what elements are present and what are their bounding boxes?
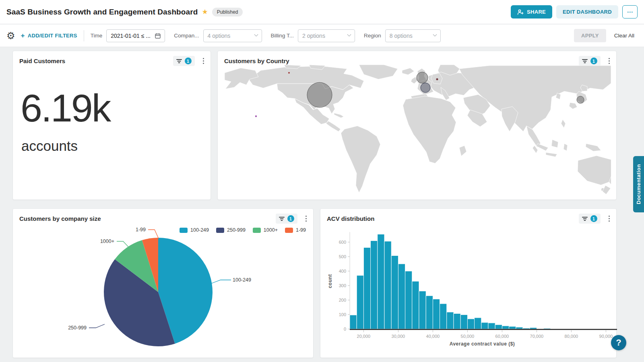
histogram-bar[interactable]: [523, 328, 530, 329]
histogram-bar[interactable]: [433, 299, 440, 329]
histogram-bar[interactable]: [371, 241, 378, 329]
kpi-unit: accounts: [21, 138, 211, 154]
histogram-bar[interactable]: [509, 327, 516, 329]
histogram-bar[interactable]: [350, 315, 357, 329]
histogram-bar[interactable]: [405, 271, 412, 329]
bubble-uk[interactable]: [417, 72, 428, 83]
card-title: Customers by Country: [224, 58, 289, 64]
add-edit-filters-button[interactable]: + ADD/EDIT FILTERS: [21, 32, 77, 40]
page-title: SaaS Business Growth and Engagement Dash…: [6, 8, 198, 16]
share-user-icon: [517, 9, 524, 15]
histogram-bar[interactable]: [384, 241, 391, 329]
histogram-bar[interactable]: [419, 291, 426, 329]
histogram-bar[interactable]: [440, 304, 447, 329]
time-filter-input[interactable]: 2021-01-01 ≤ ...: [106, 29, 165, 42]
bubble-france[interactable]: [421, 83, 430, 93]
x-tick-label: 50,000: [461, 334, 475, 339]
apply-button[interactable]: APPLY: [574, 29, 606, 42]
country-usa-hawaii[interactable]: [255, 115, 257, 117]
histogram-bar[interactable]: [495, 325, 502, 329]
y-tick-label: 100: [339, 312, 346, 317]
legend-swatch: [180, 228, 188, 233]
time-filter-group: Time 2021-01-01 ≤ ...: [91, 29, 165, 42]
histogram-bar[interactable]: [475, 318, 481, 329]
filter-count-badge: 1: [590, 58, 597, 64]
histogram-bar[interactable]: [488, 323, 495, 329]
pie-callout-label: 250-999: [68, 325, 87, 331]
gear-icon[interactable]: ⚙: [6, 31, 15, 41]
country-new-zealand: [603, 185, 611, 194]
country-japan[interactable]: [569, 103, 577, 109]
dot-canada[interactable]: [288, 72, 290, 74]
documentation-tab[interactable]: Documentation: [633, 156, 644, 212]
kpi-value: 6.19k: [21, 88, 211, 128]
billing-filter-group: Billing T... 2 options: [271, 29, 355, 42]
histogram-bar[interactable]: [426, 296, 433, 329]
edit-dashboard-button[interactable]: EDIT DASHBOARD: [556, 5, 618, 19]
histogram-bar[interactable]: [447, 312, 454, 329]
kebab-menu-icon[interactable]: [607, 215, 612, 223]
bubble-usa[interactable]: [307, 82, 332, 107]
billing-filter-label: Billing T...: [271, 33, 294, 39]
funnel-icon: [279, 216, 285, 221]
company-filter-select[interactable]: 4 options: [203, 29, 262, 42]
billing-filter-value: 2 options: [302, 33, 325, 39]
legend-label: 1000+: [264, 227, 278, 233]
world-map[interactable]: [224, 65, 611, 194]
histogram-bar[interactable]: [378, 234, 384, 329]
histogram-bar[interactable]: [398, 264, 405, 329]
histogram-bar[interactable]: [460, 315, 467, 329]
legend-label: 100-249: [190, 227, 209, 233]
acv-distribution-card: ACV distribution 1 010020030040050060020…: [320, 208, 617, 358]
funnel-icon: [582, 59, 588, 64]
legend-item-1000+[interactable]: 1000+: [253, 227, 278, 233]
y-tick-label: 300: [339, 283, 346, 288]
widget-filter-chip[interactable]: 1: [276, 214, 297, 224]
share-button[interactable]: SHARE: [511, 5, 552, 19]
kebab-menu-icon[interactable]: [201, 57, 206, 65]
bubble-japan[interactable]: [577, 96, 584, 103]
legend-item-250-999[interactable]: 250-999: [216, 227, 246, 233]
filter-count-badge: 1: [590, 215, 597, 222]
x-tick-label: 20,000: [357, 334, 371, 339]
favorite-star-icon[interactable]: ★: [202, 8, 208, 16]
region-africa: [403, 96, 456, 163]
clear-all-button[interactable]: Clear All: [614, 33, 634, 39]
histogram-bar[interactable]: [454, 314, 460, 329]
billing-filter-select[interactable]: 2 options: [298, 29, 355, 42]
histogram-bar[interactable]: [530, 327, 537, 329]
histogram-bar[interactable]: [412, 281, 419, 329]
region-filter-select[interactable]: 8 options: [385, 29, 441, 42]
dot-germany[interactable]: [436, 78, 438, 80]
chevron-down-icon: [254, 33, 258, 37]
y-tick-label: 200: [339, 298, 346, 302]
island-borneo: [551, 140, 558, 148]
x-tick-label: 80,000: [565, 334, 578, 339]
island-sulawesi: [564, 144, 568, 151]
histogram-bar[interactable]: [544, 328, 551, 329]
histogram-bar[interactable]: [516, 327, 523, 329]
island-new-guinea: [586, 144, 601, 151]
legend-swatch: [216, 228, 224, 233]
widget-filter-chip[interactable]: 1: [579, 214, 601, 224]
kebab-menu-icon[interactable]: [607, 57, 612, 65]
x-tick-label: 30,000: [392, 334, 405, 339]
add-edit-filters-label: ADD/EDIT FILTERS: [28, 33, 77, 39]
histogram-bar[interactable]: [481, 323, 488, 329]
kebab-menu-icon[interactable]: [304, 215, 309, 223]
histogram-bar[interactable]: [467, 319, 474, 329]
histogram-bar[interactable]: [502, 326, 509, 329]
y-tick-label: 400: [339, 269, 346, 274]
histogram-bar[interactable]: [357, 276, 363, 329]
legend-swatch: [253, 228, 261, 233]
legend-item-1-99[interactable]: 1-99: [285, 227, 306, 233]
legend-item-100-249[interactable]: 100-249: [180, 227, 209, 233]
country-india: [502, 107, 518, 132]
histogram-bar[interactable]: [363, 247, 370, 329]
histogram-chart[interactable]: 010020030040050060020,00030,00040,00050,…: [325, 225, 617, 354]
more-options-button[interactable]: ⋯: [622, 5, 638, 19]
pie-callout-label: 1000+: [100, 239, 114, 244]
help-button[interactable]: ?: [611, 335, 626, 350]
widget-filter-chip[interactable]: 1: [173, 56, 195, 66]
histogram-bar[interactable]: [391, 256, 398, 329]
